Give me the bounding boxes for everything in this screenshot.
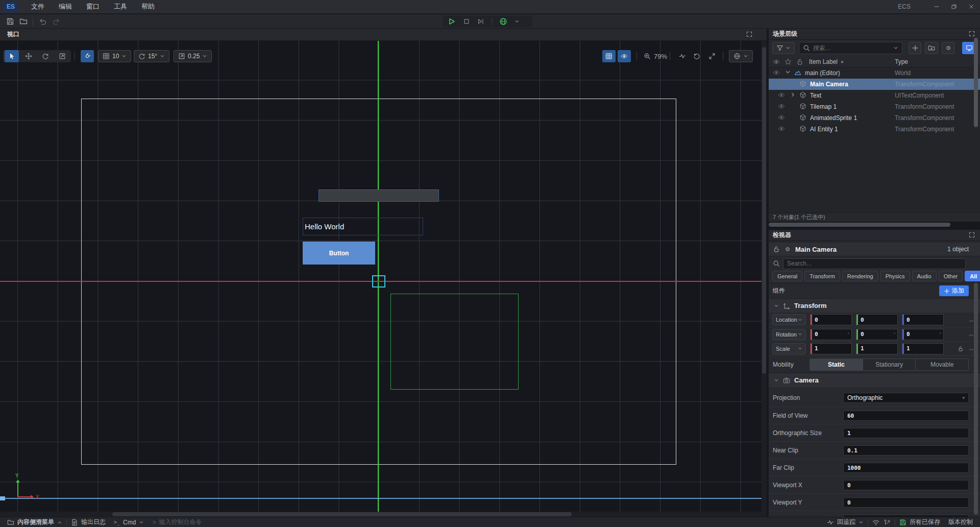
- visibility-toggle-button[interactable]: [618, 50, 631, 62]
- camera-section-header[interactable]: Camera: [769, 373, 980, 387]
- viewport-x-input[interactable]: 0: [843, 480, 969, 490]
- hierarchy-row[interactable]: Main CameraTransformComponent: [769, 79, 980, 90]
- output-log-button[interactable]: 输出日志: [67, 517, 110, 527]
- ui-text-element[interactable]: Hello World: [303, 218, 423, 235]
- transform-section-header[interactable]: Transform: [769, 298, 980, 313]
- close-button[interactable]: [963, 0, 980, 13]
- inspector-search-input[interactable]: Search...: [783, 258, 966, 269]
- location-mode-dropdown[interactable]: Location: [772, 314, 806, 325]
- tab-all[interactable]: All: [965, 271, 980, 281]
- field-of-view-input[interactable]: 60: [843, 411, 969, 421]
- tab-audio[interactable]: Audio: [912, 271, 937, 281]
- mobility-stationary[interactable]: Stationary: [863, 359, 916, 370]
- ui-panel-bar[interactable]: [318, 189, 439, 202]
- network-status-icon[interactable]: [868, 519, 884, 526]
- grid-toggle-button[interactable]: [602, 50, 616, 62]
- transform-location-x-input[interactable]: 0: [810, 314, 852, 325]
- select-tool-button[interactable]: [5, 50, 19, 62]
- ui-button-element[interactable]: Button: [303, 242, 375, 265]
- transform-scale-z-input[interactable]: 1: [902, 343, 944, 354]
- open-folder-icon[interactable]: [19, 17, 28, 26]
- new-folder-button[interactable]: [925, 42, 938, 54]
- chevron-down-icon[interactable]: [785, 69, 791, 75]
- hierarchy-search-input[interactable]: 搜索...: [799, 42, 902, 54]
- scale-mode-dropdown[interactable]: Scale: [772, 343, 806, 354]
- chevron-down-icon[interactable]: [893, 45, 898, 51]
- zoom-indicator[interactable]: 79%: [644, 50, 667, 62]
- hierarchy-settings-button[interactable]: ⚙: [942, 42, 954, 54]
- expand-panel-icon[interactable]: [969, 232, 975, 238]
- save-status[interactable]: 所有已保存: [895, 518, 944, 526]
- type-column[interactable]: Type: [895, 58, 908, 65]
- console-command-input[interactable]: >输入控制台命令: [148, 517, 206, 527]
- expand-panel-icon[interactable]: [969, 31, 975, 37]
- lock-scale-icon[interactable]: [958, 346, 964, 352]
- menubar-item[interactable]: 帮助: [134, 0, 162, 13]
- tab-physics[interactable]: Physics: [880, 271, 910, 281]
- move-tool-button[interactable]: [21, 50, 36, 62]
- lock-icon[interactable]: [773, 246, 780, 253]
- grid-snap-dropdown[interactable]: 10: [98, 50, 131, 62]
- tab-transform[interactable]: Transform: [804, 271, 840, 281]
- visibility-column-icon[interactable]: [773, 58, 780, 65]
- visibility-eye-icon[interactable]: [778, 103, 785, 110]
- selected-entity-gizmo[interactable]: [372, 275, 385, 288]
- visibility-eye-icon[interactable]: [773, 69, 780, 76]
- viewport-y-input[interactable]: 0: [843, 497, 969, 508]
- trace-dropdown[interactable]: 回追踪: [823, 518, 868, 526]
- transform-rotation-y-input[interactable]: 0°: [856, 329, 898, 340]
- snap-magnet-button[interactable]: [81, 50, 94, 62]
- version-control-button[interactable]: 版本控制: [944, 518, 977, 526]
- viewport-horizontal-scrollbar[interactable]: [0, 512, 767, 517]
- step-button[interactable]: [477, 18, 484, 25]
- chevron-down-icon[interactable]: [514, 19, 520, 24]
- item-label-column[interactable]: Item Label▲: [805, 58, 844, 65]
- play-button[interactable]: [448, 17, 456, 26]
- hierarchy-vertical-scrollbar[interactable]: [974, 38, 978, 191]
- viewport-vertical-scrollbar[interactable]: [762, 41, 767, 512]
- visibility-eye-icon[interactable]: [778, 125, 785, 132]
- stop-button[interactable]: [463, 18, 470, 25]
- expand-panel-icon[interactable]: [746, 31, 752, 37]
- menubar-item[interactable]: 工具: [107, 0, 134, 13]
- hierarchy-row[interactable]: main (Editor)World: [769, 67, 980, 79]
- app-logo[interactable]: ES: [4, 2, 18, 12]
- content-drawer-button[interactable]: 内容侧滑菜单: [3, 517, 66, 527]
- rotation-mode-dropdown[interactable]: Rotation: [772, 329, 806, 340]
- favorite-column-icon[interactable]: [785, 58, 792, 65]
- inspector-vertical-scrollbar[interactable]: [974, 283, 978, 515]
- hierarchy-empty-area[interactable]: [769, 135, 980, 212]
- gear-icon[interactable]: ⚙: [784, 246, 791, 253]
- add-entity-button[interactable]: [909, 42, 921, 54]
- filter-button[interactable]: [772, 42, 795, 54]
- network-globe-icon[interactable]: [499, 17, 507, 26]
- menubar-item[interactable]: 窗口: [79, 0, 107, 13]
- fullscreen-icon[interactable]: [708, 53, 716, 60]
- transform-scale-y-input[interactable]: 1: [856, 343, 898, 354]
- transform-rotation-x-input[interactable]: 0°: [810, 329, 852, 340]
- tab-other[interactable]: Other: [939, 271, 963, 281]
- transform-rotation-z-input[interactable]: 0°: [902, 329, 944, 340]
- lock-column-icon[interactable]: [796, 58, 803, 65]
- hierarchy-row[interactable]: TextUITextComponent: [769, 90, 980, 101]
- orthographic-size-input[interactable]: 1: [843, 428, 969, 438]
- hierarchy-row[interactable]: AI Entity 1TransformComponent: [769, 124, 980, 135]
- hierarchy-horizontal-scrollbar[interactable]: [769, 222, 980, 228]
- source-branch-icon[interactable]: [884, 519, 895, 526]
- hierarchy-row[interactable]: AnimatedSprite 1TransformComponent: [769, 112, 980, 124]
- mobility-static[interactable]: Static: [810, 359, 863, 370]
- transform-location-y-input[interactable]: 0: [856, 314, 898, 325]
- mobility-movable[interactable]: Movable: [915, 359, 968, 370]
- save-icon[interactable]: [6, 17, 14, 26]
- undo-icon[interactable]: [39, 17, 47, 26]
- visibility-eye-icon[interactable]: [778, 80, 785, 87]
- tab-general[interactable]: General: [772, 271, 802, 281]
- add-component-button[interactable]: 添加: [939, 285, 969, 296]
- view-mode-dropdown[interactable]: [729, 50, 753, 62]
- visibility-eye-icon[interactable]: [778, 91, 785, 99]
- transform-scale-x-input[interactable]: 1: [810, 343, 852, 354]
- viewport-canvas[interactable]: Hello World Button Y X: [0, 41, 767, 517]
- redo-icon[interactable]: [52, 17, 60, 26]
- near-clip-input[interactable]: 0.1: [843, 445, 969, 456]
- hierarchy-row[interactable]: Tilemap 1TransformComponent: [769, 101, 980, 112]
